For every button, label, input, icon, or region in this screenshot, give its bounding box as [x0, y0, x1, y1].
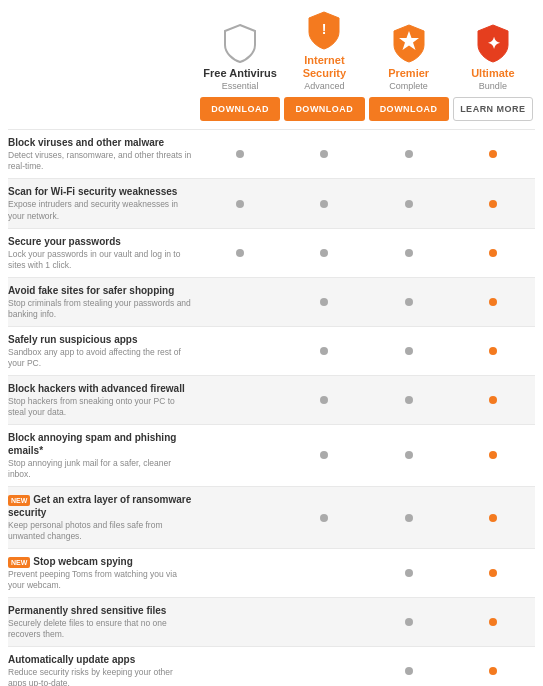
feature-row: Automatically update appsReduce security…	[8, 646, 535, 686]
feature-row: Safely run suspicious appsSandbox any ap…	[8, 326, 535, 375]
feature-desc: Lock your passwords in our vault and log…	[8, 249, 192, 271]
dot-cell	[367, 618, 451, 626]
feature-desc: Detect viruses, ransomware, and other th…	[8, 150, 192, 172]
dot-cell	[367, 451, 451, 459]
feature-title: Safely run suspicious apps	[8, 333, 192, 346]
feature-text-cell: Block hackers with advanced firewallStop…	[8, 382, 198, 418]
feature-row: NEWStop webcam spyingPrevent peeping Tom…	[8, 548, 535, 597]
partial-dot	[320, 249, 328, 257]
feature-text-cell: NEWStop webcam spyingPrevent peeping Tom…	[8, 555, 198, 591]
dot-cell	[198, 249, 282, 257]
included-dot	[489, 667, 497, 675]
dot-cell	[451, 298, 535, 306]
dot-cell	[282, 514, 366, 522]
dot-cell	[282, 347, 366, 355]
partial-dot	[236, 150, 244, 158]
partial-dot	[405, 249, 413, 257]
dot-cell	[367, 298, 451, 306]
included-dot	[489, 249, 497, 257]
feature-row: Permanently shred sensitive filesSecurel…	[8, 597, 535, 646]
comparison-table: Free Antivirus Essential ! Internet Secu…	[0, 0, 543, 686]
learn-more-ultimate-button[interactable]: LEARN MORE	[453, 97, 533, 121]
feature-row: Secure your passwordsLock your passwords…	[8, 228, 535, 277]
dot-cell	[451, 514, 535, 522]
plan-premier: Premier Complete	[367, 23, 451, 91]
dot-cell	[367, 569, 451, 577]
partial-dot	[405, 451, 413, 459]
included-dot	[489, 451, 497, 459]
svg-text:✦: ✦	[486, 35, 500, 52]
feature-title: Block hackers with advanced firewall	[8, 382, 192, 395]
feature-desc: Expose intruders and security weaknesses…	[8, 199, 192, 221]
svg-text:!: !	[322, 21, 327, 37]
included-dot	[489, 150, 497, 158]
feature-text-cell: Scan for Wi-Fi security weaknessesExpose…	[8, 185, 198, 221]
dot-cell	[282, 451, 366, 459]
feature-title: Automatically update apps	[8, 653, 192, 666]
included-dot	[489, 347, 497, 355]
free-shield-icon	[200, 23, 280, 63]
included-dot	[489, 396, 497, 404]
dot-cell	[282, 200, 366, 208]
partial-dot	[320, 347, 328, 355]
partial-dot	[236, 249, 244, 257]
dot-cell	[451, 249, 535, 257]
partial-dot	[320, 200, 328, 208]
feature-title: Scan for Wi-Fi security weaknesses	[8, 185, 192, 198]
partial-dot	[320, 298, 328, 306]
download-premier-button[interactable]: DOWNLOAD	[369, 97, 449, 121]
feature-desc: Stop hackers from sneaking onto your PC …	[8, 396, 192, 418]
partial-dot	[320, 396, 328, 404]
dot-cell	[367, 667, 451, 675]
included-dot	[489, 569, 497, 577]
feature-row: Block viruses and other malwareDetect vi…	[8, 129, 535, 178]
feature-desc: Keep personal photos and files safe from…	[8, 520, 192, 542]
feature-row: NEWGet an extra layer of ransomware secu…	[8, 486, 535, 548]
partial-dot	[405, 396, 413, 404]
dot-cell	[367, 200, 451, 208]
button-row: DOWNLOAD DOWNLOAD DOWNLOAD LEARN MORE	[8, 97, 535, 121]
feature-desc: Reduce security risks by keeping your ot…	[8, 667, 192, 686]
plan-internet-security: ! Internet Security Advanced	[282, 10, 366, 91]
dot-cell	[367, 347, 451, 355]
feature-row: Scan for Wi-Fi security weaknessesExpose…	[8, 178, 535, 227]
feature-text-cell: Secure your passwordsLock your passwords…	[8, 235, 198, 271]
plan-ultimate: ✦ Ultimate Bundle	[451, 23, 535, 91]
button-spacer	[8, 97, 198, 121]
feature-desc: Stop criminals from stealing your passwo…	[8, 298, 192, 320]
feature-title: NEWGet an extra layer of ransomware secu…	[8, 493, 192, 519]
partial-dot	[320, 514, 328, 522]
feature-title: Permanently shred sensitive files	[8, 604, 192, 617]
partial-dot	[320, 451, 328, 459]
internet-security-shield-icon: !	[284, 10, 364, 50]
dot-cell	[367, 514, 451, 522]
download-free-button[interactable]: DOWNLOAD	[200, 97, 280, 121]
included-dot	[489, 514, 497, 522]
feature-desc: Sandbox any app to avoid affecting the r…	[8, 347, 192, 369]
dot-cell	[282, 150, 366, 158]
feature-title: Block annoying spam and phishing emails*	[8, 431, 192, 457]
download-internet-security-button[interactable]: DOWNLOAD	[284, 97, 364, 121]
feature-row: Avoid fake sites for safer shoppingStop …	[8, 277, 535, 326]
feature-desc: Securely delete files to ensure that no …	[8, 618, 192, 640]
partial-dot	[405, 200, 413, 208]
dot-cell	[367, 249, 451, 257]
plan-free: Free Antivirus Essential	[198, 23, 282, 91]
dot-cell	[451, 451, 535, 459]
feature-title: Avoid fake sites for safer shopping	[8, 284, 192, 297]
dot-cell	[451, 396, 535, 404]
feature-desc: Prevent peeping Toms from watching you v…	[8, 569, 192, 591]
dot-cell	[451, 200, 535, 208]
feature-text-cell: Avoid fake sites for safer shoppingStop …	[8, 284, 198, 320]
feature-row: Block hackers with advanced firewallStop…	[8, 375, 535, 424]
feature-desc: Stop annoying junk mail for a safer, cle…	[8, 458, 192, 480]
dot-cell	[198, 200, 282, 208]
dot-cell	[282, 249, 366, 257]
plans-header: Free Antivirus Essential ! Internet Secu…	[8, 10, 535, 91]
feature-text-cell: Automatically update appsReduce security…	[8, 653, 198, 686]
included-dot	[489, 200, 497, 208]
dot-cell	[451, 569, 535, 577]
ultimate-shield-icon: ✦	[453, 23, 533, 63]
new-badge: NEW	[8, 557, 30, 568]
dot-cell	[367, 396, 451, 404]
